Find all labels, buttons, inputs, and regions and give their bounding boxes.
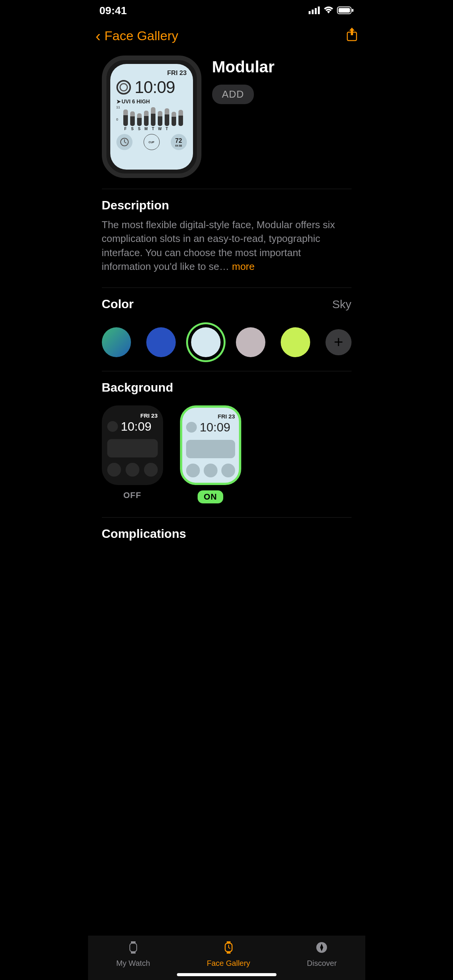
description-heading: Description (102, 198, 352, 212)
background-section: Background FRI 2310:09OFFFRI 2310:09ON (88, 371, 365, 517)
svg-rect-3 (318, 7, 320, 14)
more-link[interactable]: more (232, 261, 255, 272)
svg-rect-5 (339, 8, 350, 13)
wifi-icon (323, 5, 334, 17)
background-options: FRI 2310:09OFFFRI 2310:09ON (102, 405, 352, 503)
face-title: Modular (212, 58, 352, 76)
svg-rect-2 (315, 8, 317, 14)
watch-face-preview: FRI 23 10:09 ➤ UVI 6 HIGH 11 0 (102, 56, 201, 178)
complications-section: Complications (88, 518, 365, 600)
battery-icon (337, 5, 354, 17)
color-swatch[interactable] (102, 327, 131, 357)
hero-section: FRI 23 10:09 ➤ UVI 6 HIGH 11 0 (88, 56, 365, 189)
background-option-off[interactable]: FRI 2310:09OFF (102, 405, 163, 503)
watch-screen: FRI 23 10:09 ➤ UVI 6 HIGH 11 0 (110, 64, 193, 170)
add-button[interactable]: ADD (212, 85, 254, 104)
chevron-left-icon: ‹ (96, 28, 101, 44)
complications-heading: Complications (102, 527, 352, 541)
uvi-complication: ➤ UVI 6 HIGH (116, 98, 187, 105)
status-bar: 09:41 (88, 0, 365, 20)
color-section: Color Sky + (88, 288, 365, 371)
color-swatch[interactable] (236, 327, 265, 357)
background-preview: FRI 2310:09 (180, 405, 241, 485)
timer-complication (116, 134, 132, 150)
cellular-icon (309, 5, 320, 17)
aqi-complication: 72 64 88 (171, 134, 187, 150)
status-time: 09:41 (100, 5, 127, 17)
preview-date: FRI 23 (116, 69, 187, 77)
activity-rings-icon (116, 80, 131, 95)
background-heading: Background (102, 381, 352, 395)
cup-complication: CUP (144, 134, 160, 150)
status-indicators (309, 5, 354, 17)
description-section: Description The most flexible digital-st… (88, 189, 365, 287)
nav-bar: ‹ Face Gallery (88, 20, 365, 56)
add-color-button[interactable]: + (325, 329, 351, 355)
uv-chart: 11 0 (116, 105, 187, 126)
background-label: OFF (123, 490, 141, 500)
preview-time: 10:09 (135, 78, 175, 97)
back-label: Face Gallery (105, 28, 178, 43)
description-text: The most flexible digital-style face, Mo… (102, 218, 352, 274)
background-option-on[interactable]: FRI 2310:09ON (180, 405, 241, 503)
back-button[interactable]: ‹ Face Gallery (96, 28, 178, 44)
selected-color-name: Sky (332, 298, 351, 311)
background-label: ON (198, 490, 223, 503)
color-swatch[interactable] (191, 327, 221, 357)
share-button[interactable] (346, 27, 358, 45)
svg-rect-1 (312, 10, 314, 14)
color-swatch[interactable] (146, 327, 176, 357)
svg-rect-6 (352, 9, 353, 12)
svg-rect-0 (309, 11, 311, 14)
location-icon: ➤ (116, 98, 121, 105)
color-heading: Color (102, 297, 134, 311)
color-swatch[interactable] (281, 327, 310, 357)
color-swatches: + (102, 327, 352, 357)
background-preview: FRI 2310:09 (102, 405, 163, 485)
day-labels: FS SM TW T (116, 127, 187, 131)
